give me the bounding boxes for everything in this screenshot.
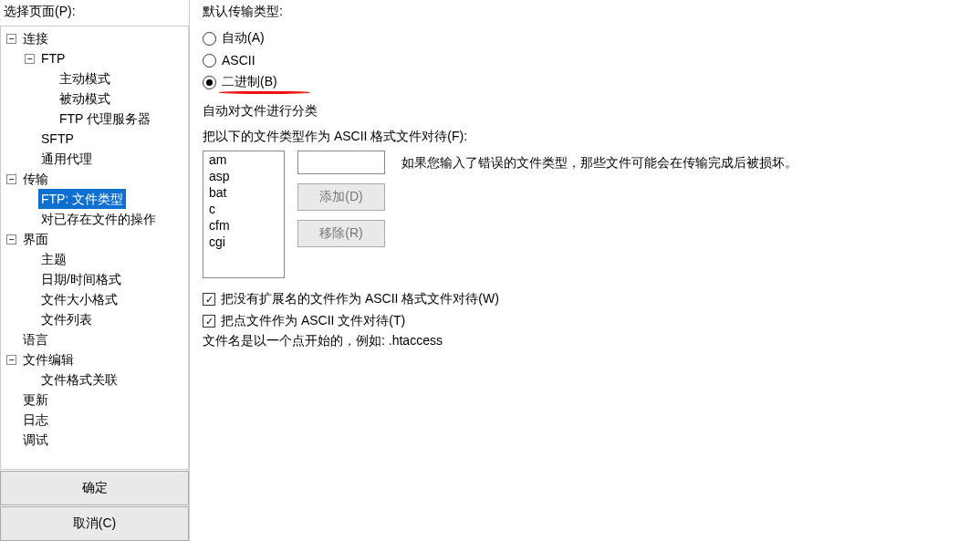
radio-auto-label: 自动(A) [222, 30, 265, 47]
new-extension-input[interactable] [297, 151, 385, 174]
tree-item[interactable]: 文件列表 [1, 309, 188, 329]
tree-item[interactable]: 日志 [1, 410, 188, 430]
tree-item-label: 语言 [20, 329, 51, 349]
tree-item[interactable]: −传输 [1, 169, 188, 189]
collapse-icon[interactable]: − [6, 234, 16, 244]
radio-binary-indicator [203, 76, 216, 89]
default-transfer-title: 默认传输类型: [203, 4, 971, 20]
tree-item-label: 连接 [20, 28, 51, 48]
checkbox-icon [203, 315, 215, 328]
check-dot-files[interactable]: 把点文件作为 ASCII 文件对待(T) [203, 313, 971, 329]
collapse-icon[interactable]: − [6, 34, 16, 44]
tree-item-label: 界面 [20, 229, 51, 249]
tree-item[interactable]: −连接 [1, 28, 188, 48]
tree-item-label: 文件编辑 [20, 349, 77, 369]
tree-item[interactable]: 语言 [1, 329, 188, 349]
tree-item[interactable]: 文件格式关联 [1, 369, 188, 390]
tree-item-label: 日期/时间格式 [38, 269, 124, 289]
radio-binary[interactable]: 二进制(B) [203, 71, 971, 93]
tree-item[interactable]: 主题 [1, 249, 188, 269]
tree-item[interactable]: 对已存在文件的操作 [1, 209, 188, 229]
tree-item-label: FTP 代理服务器 [57, 109, 153, 129]
settings-tree[interactable]: −连接−FTP主动模式被动模式FTP 代理服务器SFTP通用代理−传输FTP: … [0, 26, 189, 470]
add-button[interactable]: 添加(D) [297, 183, 385, 211]
radio-auto[interactable]: 自动(A) [203, 27, 971, 49]
ascii-extensions-listbox[interactable]: amaspbatccfmcgi [203, 151, 285, 278]
list-item[interactable]: c [203, 201, 284, 217]
annotation-underline [219, 91, 310, 94]
collapse-icon[interactable]: − [6, 355, 16, 365]
tree-item[interactable]: 调试 [1, 430, 188, 450]
tree-item-label: 对已存在文件的操作 [38, 209, 159, 229]
tree-item-label: SFTP [38, 129, 77, 149]
tree-item[interactable]: −文件编辑 [1, 349, 188, 369]
ascii-extensions-label: 把以下的文件类型作为 ASCII 格式文件对待(F): [203, 129, 971, 145]
tree-item[interactable]: 通用代理 [1, 149, 188, 169]
dot-files-note: 文件名是以一个点开始的，例如: .htaccess [203, 333, 971, 349]
radio-binary-label: 二进制(B) [222, 74, 277, 90]
list-item[interactable]: cfm [203, 217, 284, 234]
sidebar-title: 选择页面(P): [0, 0, 189, 26]
radio-auto-indicator [203, 32, 216, 46]
check-no-extension-label: 把没有扩展名的文件作为 ASCII 格式文件对待(W) [221, 291, 499, 307]
tree-item[interactable]: −FTP [1, 48, 188, 68]
tree-item-label: 文件列表 [38, 309, 95, 329]
tree-item-label: 主动模式 [57, 68, 113, 88]
extension-hint: 如果您输入了错误的文件类型，那些文件可能会在传输完成后被损坏。 [401, 151, 798, 174]
tree-item-label: 文件格式关联 [38, 369, 120, 390]
tree-item-label: FTP: 文件类型 [38, 189, 126, 209]
tree-item-label: 通用代理 [38, 149, 95, 169]
tree-item[interactable]: 日期/时间格式 [1, 269, 188, 289]
tree-item[interactable]: SFTP [1, 129, 188, 149]
cancel-button[interactable]: 取消(C) [0, 506, 189, 541]
tree-item-label: FTP [38, 48, 68, 68]
check-no-extension[interactable]: 把没有扩展名的文件作为 ASCII 格式文件对待(W) [203, 291, 971, 307]
main-panel: 默认传输类型: 自动(A) ASCII 二进制(B) 自动对文件进行分类 把以下… [190, 0, 980, 541]
list-item[interactable]: am [203, 151, 284, 168]
radio-ascii[interactable]: ASCII [203, 49, 971, 71]
list-item[interactable]: asp [203, 168, 284, 184]
collapse-icon[interactable]: − [6, 174, 16, 184]
collapse-icon[interactable]: − [25, 54, 35, 64]
auto-classify-title: 自动对文件进行分类 [203, 103, 971, 120]
settings-sidebar: 选择页面(P): −连接−FTP主动模式被动模式FTP 代理服务器SFTP通用代… [0, 0, 190, 541]
radio-ascii-label: ASCII [222, 53, 255, 68]
tree-item[interactable]: FTP: 文件类型 [1, 189, 188, 209]
check-dot-files-label: 把点文件作为 ASCII 文件对待(T) [221, 313, 405, 329]
tree-item-label: 调试 [20, 430, 51, 450]
tree-item[interactable]: FTP 代理服务器 [1, 109, 188, 129]
tree-item-label: 主题 [38, 249, 69, 269]
list-item[interactable]: bat [203, 184, 284, 201]
tree-item-label: 传输 [20, 169, 51, 189]
tree-item[interactable]: 文件大小格式 [1, 289, 188, 309]
tree-item-label: 日志 [20, 410, 51, 430]
tree-item[interactable]: −界面 [1, 229, 188, 249]
tree-item[interactable]: 被动模式 [1, 88, 188, 109]
list-item[interactable]: cgi [203, 234, 284, 250]
remove-button[interactable]: 移除(R) [297, 220, 385, 247]
tree-item-label: 被动模式 [57, 88, 113, 109]
tree-item-label: 文件大小格式 [38, 289, 120, 309]
ok-button[interactable]: 确定 [0, 471, 189, 505]
radio-ascii-indicator [203, 54, 216, 68]
checkbox-icon [203, 293, 215, 306]
tree-item-label: 更新 [20, 390, 51, 410]
tree-item[interactable]: 更新 [1, 390, 188, 410]
tree-item[interactable]: 主动模式 [1, 68, 188, 88]
